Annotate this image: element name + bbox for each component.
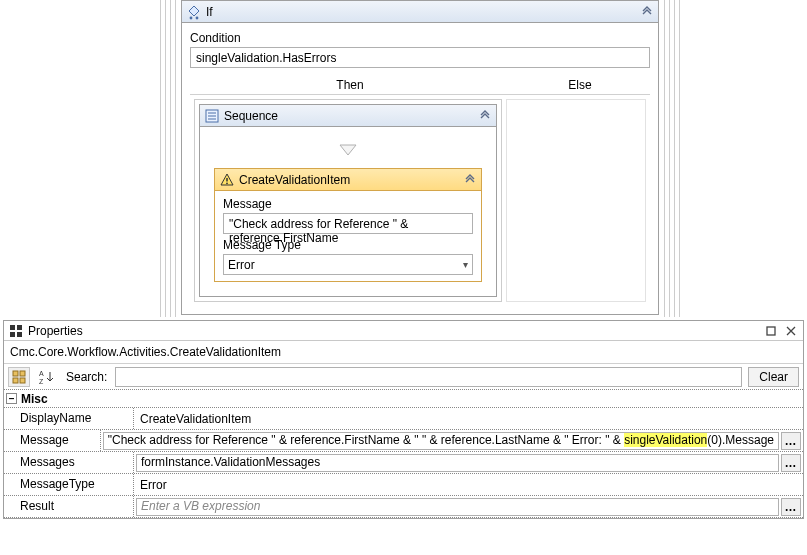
clear-button[interactable]: Clear xyxy=(748,367,799,387)
if-header[interactable]: If xyxy=(182,1,658,23)
prop-name: Messages xyxy=(4,452,134,473)
prop-row-displayname: DisplayName CreateValidationItem xyxy=(4,408,803,430)
svg-rect-15 xyxy=(13,378,18,383)
properties-icon xyxy=(8,323,24,339)
category-toggle[interactable]: – xyxy=(6,393,17,404)
cvi-messagetype-value: Error xyxy=(228,258,255,272)
prop-name: Result xyxy=(4,496,134,517)
drop-indicator[interactable] xyxy=(338,143,358,160)
svg-rect-14 xyxy=(20,371,25,376)
svg-text:Z: Z xyxy=(39,378,44,385)
svg-rect-12 xyxy=(767,327,775,335)
properties-title: Properties xyxy=(28,324,759,338)
properties-panel: Properties Cmc.Core.Workflow.Activities.… xyxy=(3,320,804,519)
cvi-messagetype-dropdown[interactable]: Error ▾ xyxy=(223,254,473,275)
then-header: Then xyxy=(190,76,510,94)
category-label: Misc xyxy=(21,392,48,406)
search-label: Search: xyxy=(66,370,107,384)
condition-label: Condition xyxy=(190,31,650,45)
prop-row-messages: Messages formInstance.ValidationMessages… xyxy=(4,452,803,474)
warning-icon xyxy=(219,172,235,188)
cvi-message-label: Message xyxy=(223,197,473,211)
else-header: Else xyxy=(510,76,650,94)
collapse-icon[interactable] xyxy=(478,109,492,123)
ellipsis-button[interactable]: … xyxy=(781,454,801,472)
collapse-icon[interactable] xyxy=(640,5,654,19)
then-drop-zone[interactable]: Sequence xyxy=(194,99,502,302)
sequence-title: Sequence xyxy=(224,109,474,123)
svg-rect-16 xyxy=(20,378,25,383)
cvi-title: CreateValidationItem xyxy=(239,173,459,187)
prop-name: Message xyxy=(4,430,101,451)
svg-rect-11 xyxy=(17,332,22,337)
prop-row-messagetype: MessageType Error xyxy=(4,474,803,496)
cvi-header[interactable]: CreateValidationItem xyxy=(215,169,481,191)
sequence-activity[interactable]: Sequence xyxy=(199,104,497,297)
prop-name: MessageType xyxy=(4,474,134,495)
if-activity[interactable]: If Condition singleValidation.HasErrors … xyxy=(181,0,659,315)
prop-value-displayname[interactable]: CreateValidationItem xyxy=(136,412,801,426)
sort-alpha-button[interactable]: A Z xyxy=(36,367,56,387)
prop-value-result[interactable]: Enter a VB expression xyxy=(136,498,779,516)
svg-rect-10 xyxy=(10,332,15,337)
categorize-button[interactable] xyxy=(8,367,30,387)
search-input[interactable] xyxy=(115,367,742,387)
prop-row-result: Result Enter a VB expression … xyxy=(4,496,803,518)
sequence-icon xyxy=(204,108,220,124)
prop-row-message: Message "Check address for Reference " &… xyxy=(4,430,803,452)
create-validation-item-activity[interactable]: CreateValidationItem Message "Check addr… xyxy=(214,168,482,282)
else-drop-zone[interactable] xyxy=(506,99,646,302)
prop-value-message[interactable]: "Check address for Reference " & referen… xyxy=(103,432,779,450)
svg-point-7 xyxy=(226,182,228,184)
svg-point-0 xyxy=(190,16,193,19)
sequence-header[interactable]: Sequence xyxy=(200,105,496,127)
prop-value-messages[interactable]: formInstance.ValidationMessages xyxy=(136,454,779,472)
svg-text:A: A xyxy=(39,370,44,377)
category-row[interactable]: – Misc xyxy=(4,390,803,408)
if-icon xyxy=(186,4,202,20)
cvi-message-input[interactable]: "Check address for Reference " & referen… xyxy=(223,213,473,234)
maximize-button[interactable] xyxy=(763,324,779,338)
if-title: If xyxy=(206,5,636,19)
ellipsis-button[interactable]: … xyxy=(781,432,801,450)
prop-value-messagetype[interactable]: Error xyxy=(136,478,801,492)
svg-point-1 xyxy=(196,16,199,19)
ellipsis-button[interactable]: … xyxy=(781,498,801,516)
highlighted-text: singleValidation xyxy=(624,433,707,447)
collapse-icon[interactable] xyxy=(463,173,477,187)
condition-input[interactable]: singleValidation.HasErrors xyxy=(190,47,650,68)
dropdown-arrow-icon: ▾ xyxy=(463,259,468,270)
workflow-designer-canvas[interactable]: If Condition singleValidation.HasErrors … xyxy=(0,0,807,317)
properties-typename: Cmc.Core.Workflow.Activities.CreateValid… xyxy=(4,341,803,364)
close-button[interactable] xyxy=(783,324,799,338)
svg-rect-8 xyxy=(10,325,15,330)
cvi-messagetype-label: Message Type xyxy=(223,238,473,252)
svg-rect-9 xyxy=(17,325,22,330)
svg-rect-13 xyxy=(13,371,18,376)
prop-name: DisplayName xyxy=(4,408,134,429)
